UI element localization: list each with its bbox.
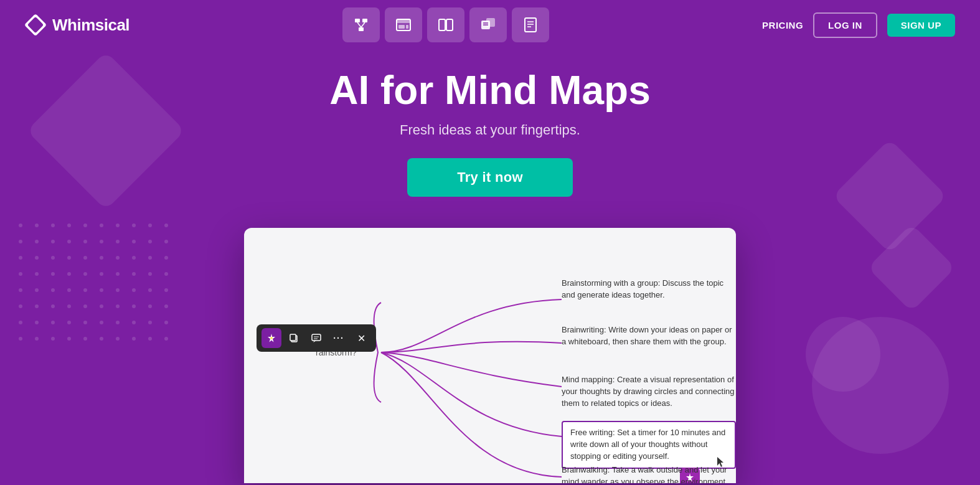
svg-line-6	[361, 22, 365, 27]
dot-item	[35, 224, 39, 227]
pricing-link[interactable]: PRICING	[762, 20, 803, 31]
login-button[interactable]: LOG IN	[813, 12, 877, 38]
hero-section: AI for Mind Maps Fresh ideas at your fin…	[0, 50, 980, 209]
node-3-text: Mind mapping: Create a visual representa…	[562, 374, 736, 410]
nav-actions: PRICING LOG IN SIGN UP	[762, 12, 955, 38]
dot-item	[83, 224, 87, 227]
navbar: Whimsical	[0, 0, 980, 50]
floating-toolbar: ··· ✕	[257, 324, 376, 352]
close-toolbar-button[interactable]: ✕	[351, 328, 371, 348]
copy-icon	[289, 333, 299, 343]
flowchart-icon	[352, 16, 370, 34]
svg-rect-24	[312, 334, 321, 341]
node-5-text: Brainwalking: Take a walk outside and le…	[562, 464, 736, 483]
hero-subtitle: Fresh ideas at your fingertips.	[12, 122, 968, 138]
stickynotes-tool-button[interactable]	[469, 7, 507, 42]
hero-title: AI for Mind Maps	[12, 68, 968, 112]
dot-item	[148, 224, 152, 227]
svg-rect-3	[362, 19, 367, 22]
try-now-button[interactable]: Try it now	[407, 158, 573, 197]
splitview-tool-button[interactable]	[427, 7, 464, 42]
svg-point-21	[270, 337, 273, 339]
svg-rect-23	[290, 334, 296, 341]
svg-rect-8	[397, 19, 410, 23]
svg-rect-17	[525, 18, 536, 32]
dot-item	[67, 224, 71, 227]
node-1-text: Brainstorming with a group: Discuss the …	[562, 278, 736, 301]
signup-button[interactable]: SIGN UP	[887, 14, 955, 37]
dot-item	[51, 224, 55, 227]
svg-rect-2	[355, 19, 360, 22]
svg-line-5	[357, 22, 361, 27]
dot-item	[19, 224, 22, 227]
wireframe-icon	[395, 16, 412, 34]
svg-rect-12	[446, 19, 453, 31]
demo-panel: rainstorm?	[244, 228, 736, 483]
logo-icon	[25, 14, 46, 35]
split-view-icon	[437, 16, 455, 34]
brand-name: Whimsical	[52, 16, 130, 35]
copy-toolbar-button[interactable]	[284, 328, 304, 348]
dot-item	[116, 224, 120, 227]
ai-sparkle-icon	[266, 332, 277, 344]
node-2-text: Brainwriting: Write down your ideas on p…	[562, 324, 736, 348]
dot-item	[132, 224, 136, 227]
more-dots-icon: ···	[333, 333, 344, 343]
node-4-text-highlighted: Free writing: Set a timer for 10 minutes…	[562, 421, 736, 469]
more-toolbar-button[interactable]: ···	[329, 328, 349, 348]
flowchart-tool-button[interactable]	[342, 7, 380, 42]
svg-rect-9	[398, 25, 405, 29]
ai-toolbar-button[interactable]	[261, 328, 281, 348]
svg-rect-11	[439, 19, 445, 31]
cursor-indicator	[717, 457, 725, 468]
nav-tool-icons	[342, 7, 549, 42]
close-icon: ✕	[357, 332, 365, 344]
dot-item	[100, 224, 103, 227]
document-tool-button[interactable]	[512, 7, 549, 42]
comment-toolbar-button[interactable]	[306, 328, 326, 348]
svg-rect-14	[486, 18, 495, 27]
logo-area[interactable]: Whimsical	[25, 14, 130, 35]
svg-rect-10	[406, 25, 408, 29]
dot-item	[164, 224, 168, 227]
comment-icon	[311, 333, 321, 343]
sticky-notes-icon	[479, 16, 497, 34]
svg-rect-1	[27, 17, 44, 33]
wireframe-tool-button[interactable]	[385, 7, 422, 42]
document-icon	[522, 16, 539, 34]
svg-rect-4	[359, 27, 364, 31]
